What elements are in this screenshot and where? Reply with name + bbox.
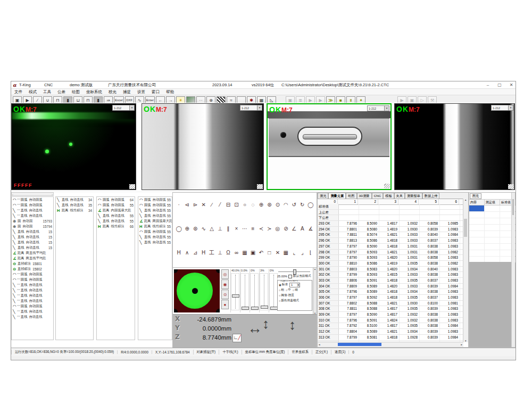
cut-icon[interactable]: ✕ [200,201,207,209]
result-tab[interactable]: 模板 [383,193,394,199]
table-row[interactable]: 311 OK 7.87928.51001.48171.09350.80381.0… [318,323,463,329]
table-row[interactable]: 308 OK 7.88118.50881.48171.09350.80391.0… [318,306,463,312]
coord-z-icon[interactable]: ⌊ [307,249,314,257]
result-tab[interactable]: 测光 [318,193,328,199]
coord-x-icon[interactable]: ⌞ [290,249,298,257]
dim-aligned-icon[interactable]: ∧ [183,249,190,257]
list-item[interactable]: ╲ *** 直线 自动直线 [12,282,53,287]
list-item[interactable]: ∡ 距离 两直线平均距 [12,256,53,261]
list-item[interactable]: ╲ *** 直线 自动直线 [12,208,53,213]
perpendicular-icon[interactable]: ⊥ [216,225,223,233]
result-tab[interactable]: 测量报单 [405,193,422,199]
radio-icon[interactable] [279,289,280,292]
circle-pattern-b-icon[interactable]: ⊛ [265,201,273,209]
intersect-icon[interactable]: × [232,225,240,233]
table-row[interactable]: 294 OK 7.88018.50801.48191.09300.80391.0… [318,227,463,233]
ring-light-pad[interactable] [174,269,220,312]
menu-item[interactable]: 模式 [26,89,40,95]
radio-icon[interactable] [293,289,294,292]
list-item[interactable]: ╲ 直线 自动直线 55 [138,208,172,213]
result-tab[interactable]: 3D测量 [357,193,372,199]
table-row[interactable]: 312 OK 7.88048.50891.48211.09340.80391.0… [318,329,463,335]
menu-item[interactable]: 校光 [105,89,120,95]
dim-h-icon[interactable]: H [200,249,207,257]
table-vertical-scrollbar[interactable]: ▲▼ [463,199,468,342]
camera-selector-dropdown[interactable]: 1-212 ▾ [491,105,513,111]
circle-slash-icon[interactable]: ⊘ [282,225,289,233]
radio-icon[interactable] [279,283,281,286]
menu-item[interactable]: 设置 [134,89,148,95]
ring-all-icon[interactable]: ● [221,300,229,309]
dim-linear-icon[interactable]: Η [175,249,182,257]
line-b-icon[interactable]: ⁄ [216,201,223,209]
camera-selector-dropdown[interactable]: 1-212 ▾ [112,105,135,111]
detail-row[interactable] [469,244,515,250]
list-item[interactable]: ╲ *** 直线 自动直线 [12,287,53,293]
list-item[interactable]: ⊕ 圆 自动圆 15793 [12,218,53,224]
table-row[interactable]: 296 OK 7.88138.50861.48181.09330.80371.0… [318,238,463,244]
detail-row[interactable] [469,218,515,225]
detail-scrollbar[interactable] [511,193,515,347]
table-row[interactable]: 上公差 [318,210,463,216]
table-row[interactable]: 309 OK 7.87978.50901.48171.09320.80381.0… [318,312,463,318]
wave-icon[interactable]: ∿ [200,225,207,233]
camera-panel[interactable]: OKM:7 1-212 ▾ FFFFF [11,103,136,190]
arc-icon[interactable]: ◠ [282,201,289,209]
close-icon[interactable]: ✕ [508,83,514,87]
target-a-icon[interactable]: ⊕ [183,225,190,233]
light-slider[interactable]: 0% [250,269,259,312]
menu-item[interactable]: 窗口 [148,89,163,95]
menu-item[interactable]: 文件 [11,89,26,95]
zoom-slider[interactable] [277,269,312,274]
angle-a-icon[interactable]: ≺ [257,225,265,233]
slider-thumb[interactable] [261,306,268,309]
camera-panel[interactable]: OKM:7 1-212 ▾ [394,103,515,190]
ellipse-icon[interactable]: ◯ [307,201,314,209]
detail-row[interactable] [469,231,515,237]
list-item[interactable]: ◠ *** 圆弧 自动圆弧 [12,197,53,202]
dim-i-icon[interactable]: 工 [208,249,215,257]
angle-b-icon[interactable]: ≻ [265,225,273,233]
detail-row[interactable] [469,205,515,212]
pan-vertical-icon[interactable]: ↕ [262,316,269,332]
maximize-icon[interactable]: ▢ [496,83,503,87]
list-item[interactable]: ╲ 直线 自动直线 55 [138,234,172,240]
circle-dashed-icon[interactable]: ◌ [249,201,256,209]
polygon-icon[interactable]: △ [208,225,215,233]
list-item[interactable]: ╲ 直线 自动直线 55 [138,213,172,218]
camera-selector-dropdown[interactable]: 1-212 ▾ [367,105,389,111]
camera-panel[interactable]: OKM:7 1-212 ▾ [267,103,392,190]
list-item[interactable]: ⊖ 直径标注 15801 [12,261,53,266]
table-calc-icon[interactable]: ▦ [241,249,248,257]
list-item[interactable]: ◠ 圆弧 自动圆弧 55 [138,197,172,202]
list-item[interactable]: ╲ 直线 自动直线 55 [97,213,135,218]
radio-icon[interactable] [279,294,280,297]
list-item[interactable]: ╲ 直线 自动直线 34 [56,197,93,202]
radio-icon[interactable] [279,299,280,302]
menu-item[interactable]: 工具 [40,89,54,95]
rotate-ccw-icon[interactable]: ↺ [290,201,298,209]
slider-thumb[interactable] [270,307,278,310]
mode-option[interactable]: 阈值-强度 [279,293,294,298]
camera-selector-dropdown[interactable]: 1-212 ▾ [240,105,262,111]
pan-horizontal-icon[interactable]: ↔ [247,320,262,337]
list-item[interactable]: ╲ 直线 自动直线 55 [138,240,172,245]
resize-grip-icon[interactable] [129,184,135,189]
angle-ref-icon[interactable]: ∡ [307,225,314,233]
link-icon[interactable]: ∞ [232,249,240,257]
table-row[interactable]: 297 OK 7.87978.50901.48181.09310.80381.0… [318,244,463,250]
table-row[interactable]: 302 OK 7.87998.50931.48151.09330.80381.0… [318,272,463,278]
menu-item[interactable]: 绘图 [69,89,83,95]
screen-rect-dot-icon[interactable]: ⊡ [232,201,240,209]
mode-option[interactable]: 中 [286,288,291,292]
table-horizontal-scrollbar[interactable]: ◄► [318,342,463,347]
grid-icon[interactable]: ▦ [282,249,289,257]
line-a-icon[interactable]: ∕ [208,201,215,209]
options-scrollbar[interactable]: ▲▼ [313,268,317,315]
light-slider[interactable]: 40.0% [230,269,240,312]
slider-thumb[interactable] [251,307,259,310]
target-b-icon[interactable]: ⊛ [192,225,199,233]
list-item[interactable]: ◠ *** 圆弧 自动圆弧 [12,271,53,277]
menu-item[interactable]: 公差 [54,89,69,95]
flag-a-icon[interactable]: ⊲ [183,201,190,209]
